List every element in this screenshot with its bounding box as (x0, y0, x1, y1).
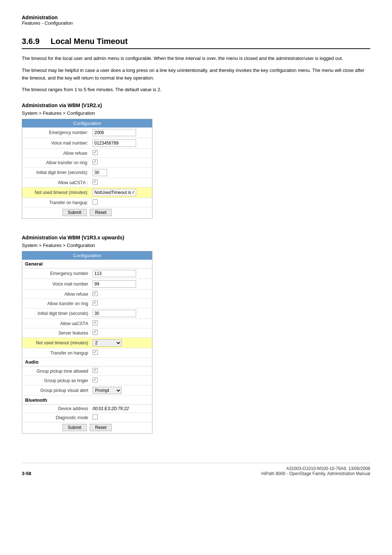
header-title: Administration (22, 15, 370, 20)
allow-refuse-v3-checkbox[interactable] (93, 291, 98, 296)
row-label: Server features (22, 330, 91, 336)
config-table-v1r3: Configuration General Emergency number V… (22, 251, 152, 434)
digit-timer-v3-input[interactable] (93, 310, 136, 317)
row-label: Allow uaCSTА : (22, 179, 91, 186)
table-row: Group pickup visual alert Prompt None (22, 385, 152, 396)
not-used-timeout-input[interactable] (93, 189, 136, 196)
transfer-hangup-checkbox[interactable] (93, 199, 98, 204)
row-value (91, 309, 138, 318)
button-row: Submit Reset (22, 207, 152, 218)
table-row: Allow uaCSTА : (22, 178, 152, 187)
table-row: Initial digit timer (seconds) (22, 308, 152, 319)
row-label: Transfer on hangup: (22, 199, 91, 206)
section-title: Local Menu Timeout (51, 37, 128, 46)
table-row: Device address 00:01:E3:2D:76:22 (22, 405, 152, 413)
table-row: Allow transfer on ring: (22, 158, 152, 167)
row-value (91, 168, 109, 177)
transfer-hangup-v3-checkbox[interactable] (93, 350, 98, 355)
config-table-v1r2-title: Configuration (22, 119, 152, 127)
row-label: Diagnostic mode (22, 414, 91, 421)
row-value: 2 1 3 4 5 (91, 339, 123, 347)
group-pickup-visual-select[interactable]: Prompt None (93, 387, 122, 394)
table-row: Allow refuse (22, 289, 152, 299)
row-label: Device address (22, 405, 91, 412)
not-used-timeout-select[interactable]: 2 1 3 4 5 (93, 339, 122, 347)
wbm-v1r2-path: System > Features > Configuration (22, 110, 370, 116)
row-label: Transfer on hangup (22, 350, 91, 356)
section-label-bluetooth: Bluetooth (22, 396, 152, 405)
digit-timer-input[interactable] (93, 169, 107, 176)
reset-button-v1r2[interactable]: Reset (90, 209, 112, 216)
row-label: Not used timeout (minutes): (22, 189, 91, 196)
row-value: Prompt None (91, 386, 123, 395)
button-row-v3: Submit Reset (22, 422, 152, 433)
group-pickup-tone-checkbox[interactable] (93, 368, 98, 373)
table-row: Not used timeout (minutes): (22, 187, 152, 198)
row-label: Allow transfer on ring: (22, 159, 91, 166)
row-value (91, 188, 138, 197)
row-value (91, 280, 138, 288)
row-value (91, 300, 99, 307)
footer-doc-line1: A31003-O1010-M100-10-76A9, 13/06/2008 (261, 466, 370, 471)
emergency-number-v3-input[interactable] (93, 270, 136, 277)
reset-button-v1r3[interactable]: Reset (90, 424, 112, 431)
row-value (91, 149, 99, 157)
wbm-v1r3-path: System > Features > Configuration (22, 243, 370, 248)
row-value (91, 159, 99, 166)
table-row: Emergency number (22, 268, 152, 279)
allow-transfer-checkbox[interactable] (93, 159, 98, 165)
paragraph-3: The timeout ranges from 1 to 5 five minu… (22, 86, 370, 94)
table-row: Diagnostic mode (22, 413, 152, 422)
table-row: Initial digit timer (seconds): (22, 167, 152, 178)
row-label: Allow transfer on ring (22, 300, 91, 307)
submit-button-v1r3[interactable]: Submit (62, 424, 87, 431)
table-row: Allow transfer on ring (22, 299, 152, 308)
wbm-v1r2-heading: Administration via WBM (V1R2.x) (22, 102, 370, 108)
row-value (91, 269, 138, 278)
row-value (91, 377, 99, 384)
table-row: Voice mail number (22, 279, 152, 289)
table-row: Allow uaCSTА (22, 319, 152, 328)
header: Administration Features - Configuration (22, 15, 370, 26)
emergency-number-input[interactable] (93, 129, 136, 136)
allow-refuse-checkbox[interactable] (93, 150, 98, 155)
voice-mail-input[interactable] (93, 139, 136, 147)
footer-doc-info: A31003-O1010-M100-10-76A9, 13/06/2008 Hi… (261, 466, 370, 476)
row-label: Allow refuse: (22, 150, 91, 157)
row-label: Voice mail number: (22, 140, 91, 146)
section-label-audio: Audio (22, 358, 152, 366)
allow-transfer-v3-checkbox[interactable] (93, 300, 98, 305)
section-heading: 3.6.9 Local Menu Timeout (22, 37, 370, 49)
allow-uacsta-v3-checkbox[interactable] (93, 320, 98, 325)
row-value (91, 367, 99, 375)
row-value (91, 179, 99, 186)
voice-mail-v3-input[interactable] (93, 280, 136, 288)
diagnostic-mode-checkbox[interactable] (93, 414, 98, 420)
table-row: Allow refuse: (22, 149, 152, 158)
row-value (91, 139, 138, 147)
table-row: Emergency number: (22, 127, 152, 138)
row-label: Emergency number: (22, 129, 91, 136)
group-pickup-ringer-checkbox[interactable] (93, 377, 98, 382)
table-row: Group pickup as ringer (22, 376, 152, 385)
table-row: Server features (22, 328, 152, 338)
allow-uacsta-checkbox[interactable] (93, 179, 98, 185)
server-features-checkbox[interactable] (93, 330, 98, 335)
footer-page-number: 3-58 (22, 471, 31, 476)
row-value (91, 414, 99, 421)
row-label: Voice mail number (22, 281, 91, 287)
row-value (91, 199, 99, 206)
header-subtitle: Features - Configuration (22, 20, 370, 26)
row-value (91, 290, 99, 298)
submit-button-v1r2[interactable]: Submit (62, 209, 87, 216)
section-label-general: General (22, 260, 152, 268)
wbm-v1r3-heading: Administration via WBM (V1R3.x upwards) (22, 235, 370, 240)
row-label: Group pickup as ringer (22, 377, 91, 384)
row-label: Group pickup visual alert (22, 387, 91, 394)
paragraph-2: The timeout may be helpful in case a use… (22, 67, 370, 82)
row-label: Initial digit timer (seconds): (22, 169, 91, 176)
row-label: Allow refuse (22, 291, 91, 297)
row-label: Emergency number (22, 270, 91, 277)
paragraph-1: The timeout for the local user and admin… (22, 55, 370, 62)
footer-doc-line2: HiPath 8000 - OpenStage Family, Administ… (261, 471, 370, 476)
